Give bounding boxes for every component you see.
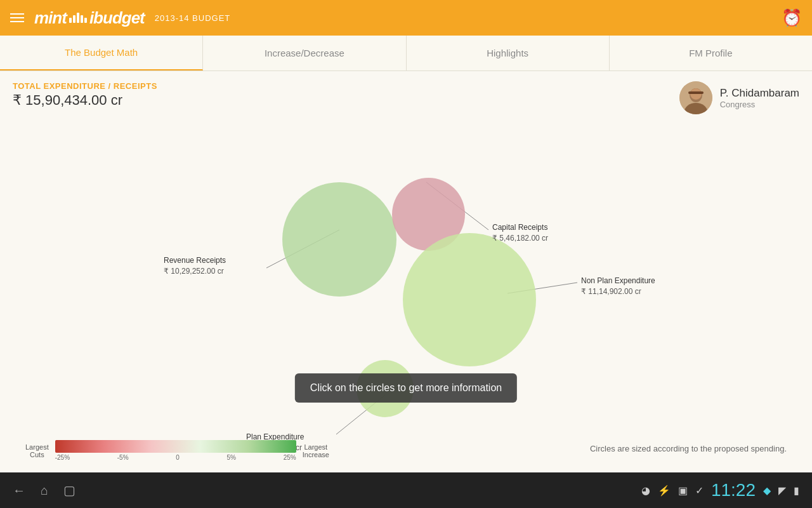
expenditure-label: TOTAL EXPENDITURE / RECEIPTS (13, 81, 157, 91)
svg-rect-6 (688, 91, 704, 94)
header: mint ibudget 2013-14 BUDGET ⏰ (0, 0, 812, 36)
tab-fm-profile[interactable]: FM Profile (610, 36, 812, 70)
usb-icon: ⚡ (658, 485, 671, 497)
legend-gradient: -25% -5% 0 5% 25% (55, 440, 296, 461)
gradient-bar (55, 440, 296, 453)
header-left: mint ibudget 2013-14 BUDGET (10, 8, 230, 28)
screenshot-icon: ▣ (678, 485, 688, 497)
tab-bar: The Budget Math Increase/Decrease Highli… (0, 36, 812, 71)
label-capital-receipts: Capital Receipts ₹ 5,46,182.00 cr (492, 222, 548, 244)
tab-increase-decrease[interactable]: Increase/Decrease (203, 36, 406, 70)
legend: Largest Cuts -25% -5% 0 5% 25% Largest I… (25, 440, 329, 461)
expenditure-header: TOTAL EXPENDITURE / RECEIPTS ₹ 15,90,434… (13, 81, 157, 109)
expenditure-value: ₹ 15,90,434.00 cr (13, 92, 157, 109)
label-non-plan-expenditure: Non Plan Expenditure ₹ 11,14,902.00 cr (581, 276, 655, 297)
connector-lines (0, 71, 812, 472)
fm-avatar-image (679, 81, 712, 114)
tab-highlights[interactable]: Highlights (407, 36, 610, 70)
task-icon: ✓ (695, 485, 704, 497)
legend-largest-increase-label: Largest Increase (303, 443, 329, 458)
bottom-nav-right: ◕ ⚡ ▣ ✓ 11:22 ◆ ◤ ▮ (641, 480, 799, 500)
clock-button[interactable]: ⏰ (782, 8, 802, 28)
back-icon[interactable]: ← (13, 483, 25, 498)
fm-name: P. Chidambaram (720, 87, 799, 100)
bubble-non-plan-expenditure[interactable] (403, 233, 536, 366)
logo-text: mint (34, 8, 67, 28)
fm-party: Congress (720, 100, 799, 109)
bluetooth-icon: ◆ (763, 485, 771, 497)
bubble-revenue-receipts[interactable] (282, 182, 396, 297)
battery-icon: ▮ (794, 485, 799, 497)
time-display: 11:22 (711, 480, 756, 500)
gradient-ticks: -25% -5% 0 5% 25% (55, 454, 296, 461)
fm-profile: P. Chidambaram Congress (679, 81, 799, 114)
tab-budget-math[interactable]: The Budget Math (0, 36, 203, 70)
home-icon[interactable]: ⌂ (41, 483, 48, 498)
fm-info: P. Chidambaram Congress (720, 87, 799, 109)
logo-bars (69, 13, 87, 23)
wifi-icon: ◤ (778, 485, 786, 497)
circles-info: Circles are sized according to the propo… (590, 444, 787, 453)
legend-largest-cuts-label: Largest Cuts (25, 443, 49, 458)
info-tooltip: Click on the circles to get more informa… (295, 373, 517, 403)
budget-year: 2013-14 BUDGET (155, 13, 231, 23)
main-content: TOTAL EXPENDITURE / RECEIPTS ₹ 15,90,434… (0, 71, 812, 472)
label-revenue-receipts: Revenue Receipts ₹ 10,29,252.00 cr (164, 255, 226, 277)
hamburger-menu[interactable] (10, 13, 24, 22)
android-icon: ◕ (641, 485, 650, 497)
fm-avatar (679, 81, 712, 114)
logo: mint ibudget 2013-14 BUDGET (34, 8, 230, 28)
recents-icon[interactable]: ▢ (63, 483, 75, 498)
bottom-nav: ← ⌂ ▢ ◕ ⚡ ▣ ✓ 11:22 ◆ ◤ ▮ (0, 472, 812, 508)
logo-ibudget: ibudget (89, 8, 145, 28)
bottom-nav-left: ← ⌂ ▢ (13, 483, 75, 498)
